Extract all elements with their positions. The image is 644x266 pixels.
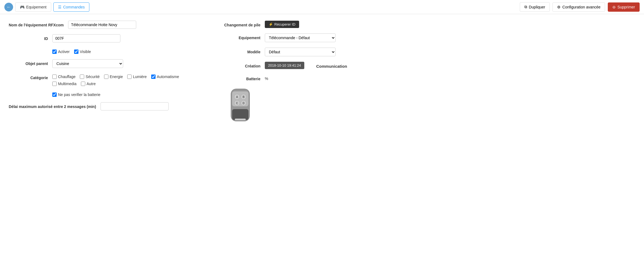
remote-control-image: A B C D — [227, 87, 635, 123]
delai-input[interactable] — [101, 102, 169, 110]
svg-text:A: A — [236, 95, 238, 98]
activer-checkbox-item[interactable]: Activer — [52, 50, 70, 54]
modele-label: Modèle — [221, 48, 265, 55]
batterie-label: Batterie — [221, 75, 265, 82]
remote-svg: A B C D — [227, 87, 254, 123]
left-section: Nom de l'équipement RFXcom ID Activer Vi… — [9, 21, 199, 123]
tab-commandes-label: Commandes — [63, 5, 85, 9]
autre-item[interactable]: Autre — [81, 82, 96, 86]
activer-visible-row: Activer Visible — [52, 48, 91, 54]
right-section: Changement de pile ⚡ Récuperer ID Equipe… — [199, 21, 635, 123]
ne-pas-verifier-checkbox[interactable] — [52, 92, 57, 97]
config-avancee-button[interactable]: ⚙ Configuration avancée — [552, 2, 605, 12]
creation-row: 2018-10-10 19:41:24 Communication — [265, 62, 347, 69]
commandes-tab-icon: ☰ — [58, 5, 62, 9]
automatisme-checkbox[interactable] — [151, 75, 156, 79]
lumiere-checkbox[interactable] — [127, 75, 132, 79]
nom-equipement-label: Nom de l'équipement RFXcom — [9, 21, 68, 28]
nom-equipement-input[interactable] — [68, 21, 136, 29]
multimedia-checkbox[interactable] — [52, 82, 57, 86]
minus-circle-icon: ⊖ — [612, 5, 616, 9]
autre-checkbox[interactable] — [81, 82, 85, 86]
recuperer-id-label: Récuperer ID — [274, 22, 295, 26]
delai-label: Délai maximum autorisé entre 2 messages … — [9, 102, 101, 110]
config-avancee-label: Configuration avancée — [562, 5, 600, 9]
visible-checkbox-item[interactable]: Visible — [74, 50, 91, 54]
categorie-wrapper: Chauffage Sécurité Energie Lumière — [52, 73, 179, 87]
objet-parent-group: Objet parent Cuisine — [9, 59, 199, 68]
delai-group: Délai maximum autorisé entre 2 messages … — [9, 102, 199, 110]
svg-text:B: B — [242, 95, 244, 98]
modele-select[interactable]: Défaut — [265, 48, 336, 56]
main-content: Nom de l'équipement RFXcom ID Activer Vi… — [0, 14, 644, 130]
categorie-label: Catégorie — [9, 73, 52, 81]
svg-text:D: D — [242, 102, 244, 105]
back-button[interactable]: ← — [4, 3, 13, 11]
back-icon: ← — [7, 5, 11, 10]
objet-parent-select[interactable]: Cuisine — [52, 59, 123, 68]
ne-pas-verifier-item[interactable]: Ne pas verifier la batterie — [52, 92, 101, 97]
securite-item[interactable]: Sécurité — [80, 75, 99, 79]
activer-checkbox[interactable] — [52, 50, 57, 54]
chauffage-label: Chauffage — [58, 75, 75, 79]
creation-group: Création 2018-10-10 19:41:24 Communicati… — [221, 62, 635, 69]
visible-label: Visible — [80, 50, 91, 54]
activer-label: Activer — [58, 50, 70, 54]
dupliquer-button[interactable]: ⧉ Dupliquer — [520, 2, 550, 12]
changement-pile-label: Changement de pile — [221, 21, 265, 28]
objet-parent-label: Objet parent — [9, 59, 52, 67]
tab-commandes[interactable]: ☰ Commandes — [53, 2, 89, 12]
cat-row-1: Chauffage Sécurité Energie Lumière — [52, 75, 179, 79]
energie-checkbox[interactable] — [104, 75, 108, 79]
batterie-group: Batterie % — [221, 75, 635, 82]
equipement-group: Equipement Télécommande - Défaut — [221, 33, 635, 42]
nom-equipement-group: Nom de l'équipement RFXcom — [9, 21, 199, 29]
svg-text:C: C — [236, 102, 238, 105]
multimedia-item[interactable]: Multimedia — [52, 82, 77, 86]
ne-pas-verifier-group: Ne pas verifier la batterie — [9, 92, 199, 97]
svg-rect-12 — [235, 119, 246, 120]
automatisme-label: Automatisme — [157, 75, 179, 79]
securite-checkbox[interactable] — [80, 75, 84, 79]
id-label: ID — [9, 34, 52, 42]
categorie-group: Catégorie Chauffage Sécurité Energie — [9, 73, 199, 87]
svg-rect-11 — [232, 109, 248, 120]
automatisme-item[interactable]: Automatisme — [151, 75, 179, 79]
top-bar: ← 🎮 Equipement ☰ Commandes ⧉ Dupliquer ⚙… — [0, 0, 644, 14]
batterie-value: % — [265, 75, 268, 81]
cat-row-2: Multimedia Autre — [52, 82, 179, 86]
ne-pas-verifier-label: Ne pas verifier la batterie — [58, 92, 101, 97]
equipement-select[interactable]: Télécommande - Défaut — [265, 33, 336, 42]
energie-label: Energie — [110, 75, 123, 79]
changement-pile-group: Changement de pile ⚡ Récuperer ID — [221, 21, 635, 28]
visible-checkbox[interactable] — [74, 50, 78, 54]
top-bar-actions: ⧉ Dupliquer ⚙ Configuration avancée ⊖ Su… — [520, 2, 640, 12]
energie-item[interactable]: Energie — [104, 75, 123, 79]
id-group: ID — [9, 34, 199, 42]
id-input[interactable] — [52, 34, 120, 42]
dupliquer-icon: ⧉ — [524, 5, 527, 9]
ne-pas-verifier-spacer — [9, 92, 52, 94]
activer-visible-spacer — [9, 48, 52, 50]
chauffage-checkbox[interactable] — [52, 75, 57, 79]
lumiere-label: Lumière — [133, 75, 147, 79]
chauffage-item[interactable]: Chauffage — [52, 75, 75, 79]
equipement-right-label: Equipement — [221, 33, 265, 41]
communication-label: Communication — [316, 62, 347, 69]
autre-label: Autre — [87, 82, 96, 86]
supprimer-button[interactable]: ⊖ Supprimer — [608, 2, 640, 12]
recuperer-id-button[interactable]: ⚡ Récuperer ID — [265, 21, 299, 28]
supprimer-label: Supprimer — [617, 5, 635, 9]
gear-icon: ⚙ — [557, 5, 561, 9]
creation-label: Création — [221, 62, 265, 69]
tab-equipement-label: Equipement — [26, 5, 47, 9]
lightning-icon: ⚡ — [269, 22, 273, 26]
multimedia-label: Multimedia — [58, 82, 77, 86]
securite-label: Sécurité — [86, 75, 99, 79]
tab-equipement[interactable]: 🎮 Equipement — [15, 2, 51, 12]
creation-datetime: 2018-10-10 19:41:24 — [265, 62, 304, 69]
equipement-tab-icon: 🎮 — [20, 5, 25, 9]
activer-visible-group: Activer Visible — [9, 48, 199, 54]
dupliquer-label: Dupliquer — [529, 5, 545, 9]
lumiere-item[interactable]: Lumière — [127, 75, 147, 79]
